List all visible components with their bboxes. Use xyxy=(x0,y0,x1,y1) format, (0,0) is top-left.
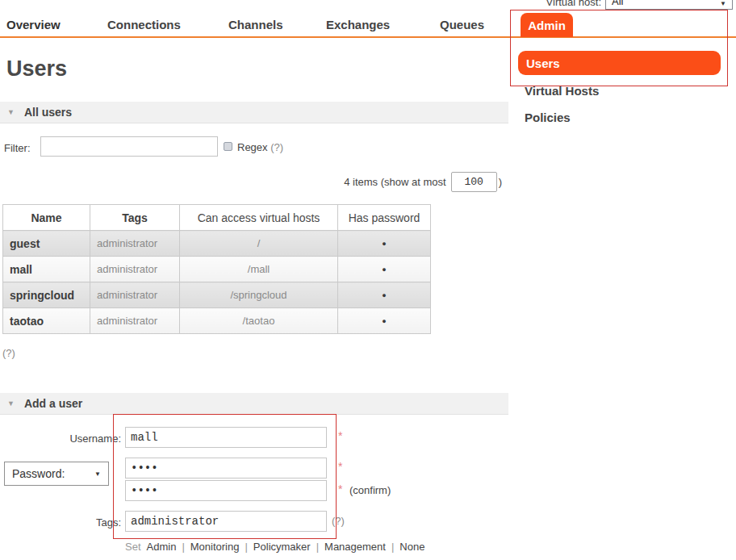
column-header-vhosts: Can access virtual hosts xyxy=(180,205,338,231)
section-header-add-user[interactable]: ▼ Add a user xyxy=(0,393,508,415)
tab-queues[interactable]: Queues xyxy=(440,18,484,31)
tags-field[interactable] xyxy=(125,511,327,532)
regex-text: Regex xyxy=(237,141,268,153)
user-name-link[interactable]: guest xyxy=(3,231,90,257)
regex-label: Regex (?) xyxy=(237,141,283,153)
chevron-down-icon: ▼ xyxy=(720,0,726,7)
regex-checkbox[interactable] xyxy=(224,142,232,151)
set-label: Set xyxy=(125,541,141,553)
password-select-value: Password: xyxy=(12,467,65,480)
virtual-host-value: All xyxy=(612,0,623,7)
sidebar-item-policies[interactable]: Policies xyxy=(525,111,571,124)
virtual-host-label: Virtual host: xyxy=(521,0,601,8)
tag-link-monitoring[interactable]: Monitoring xyxy=(190,541,240,553)
separator: | xyxy=(245,541,247,553)
required-marker: * xyxy=(338,429,342,442)
show-at-most-input[interactable] xyxy=(451,172,497,192)
page-title: Users xyxy=(6,56,67,81)
column-header-name[interactable]: Name xyxy=(3,205,90,231)
tab-connections[interactable]: Connections xyxy=(107,18,181,31)
nav-underline xyxy=(0,36,736,38)
tab-overview[interactable]: Overview xyxy=(6,18,61,31)
sidebar-item-users-selected[interactable]: Users xyxy=(518,51,721,75)
tab-admin-selected[interactable]: Admin xyxy=(521,13,573,37)
user-name-link[interactable]: springcloud xyxy=(3,282,90,308)
tab-exchanges[interactable]: Exchanges xyxy=(326,18,390,31)
filter-input[interactable] xyxy=(40,136,218,157)
confirm-label: (confirm) xyxy=(349,484,391,496)
user-tags: administrator xyxy=(90,282,180,308)
user-tags: administrator xyxy=(90,257,180,282)
table-row: springcloud administrator /springcloud ● xyxy=(3,282,431,308)
username-label: Username: xyxy=(44,433,121,445)
user-vhosts: / xyxy=(180,231,338,257)
table-header-row: Name Tags Can access virtual hosts Has p… xyxy=(3,205,431,231)
tag-link-policymaker[interactable]: Policymaker xyxy=(253,541,311,553)
tab-channels[interactable]: Channels xyxy=(228,18,283,31)
sidebar-item-virtual-hosts[interactable]: Virtual Hosts xyxy=(525,84,599,98)
collapse-triangle-icon: ▼ xyxy=(7,108,15,116)
rabbitmq-admin-users-page: Virtual host: All ▼ Overview Connections… xyxy=(0,0,736,560)
column-header-tags[interactable]: Tags xyxy=(90,205,180,231)
user-name-link[interactable]: mall xyxy=(3,257,90,282)
items-count-text: 4 items (show at most xyxy=(344,176,445,188)
password-type-select[interactable]: Password: ▼ xyxy=(4,462,109,486)
items-count-suffix: ) xyxy=(499,176,502,188)
table-row: guest administrator / ● xyxy=(3,231,431,257)
separator: | xyxy=(316,541,319,553)
separator: | xyxy=(391,541,394,553)
required-marker: * xyxy=(338,483,342,495)
user-vhosts: /taotao xyxy=(180,308,338,334)
collapse-triangle-icon: ▼ xyxy=(7,399,15,407)
has-password-dot: ● xyxy=(338,308,431,334)
section-title: All users xyxy=(24,106,72,119)
user-name-link[interactable]: taotao xyxy=(3,308,90,334)
virtual-host-select[interactable]: All ▼ xyxy=(605,0,733,10)
filter-label: Filter: xyxy=(4,142,31,154)
user-vhosts: /springcloud xyxy=(180,282,338,308)
has-password-dot: ● xyxy=(338,257,431,282)
has-password-dot: ● xyxy=(338,231,431,257)
password-field[interactable] xyxy=(125,458,327,479)
user-tags: administrator xyxy=(90,231,180,257)
tags-label: Tags: xyxy=(44,516,121,529)
user-tags: administrator xyxy=(90,308,180,334)
chevron-down-icon: ▼ xyxy=(94,470,101,478)
table-row: mall administrator /mall ● xyxy=(3,257,431,282)
tag-link-none[interactable]: None xyxy=(399,541,424,553)
table-row: taotao administrator /taotao ● xyxy=(3,308,431,334)
section-title: Add a user xyxy=(24,397,82,410)
separator: | xyxy=(182,541,184,553)
items-count-row: 4 items (show at most ) xyxy=(242,171,502,192)
user-vhosts: /mall xyxy=(180,257,338,282)
tags-help-link[interactable]: (?) xyxy=(332,515,345,527)
has-password-dot: ● xyxy=(338,282,431,308)
table-help-link[interactable]: (?) xyxy=(2,347,15,359)
tag-shortcuts-row: Set Admin | Monitoring | Policymaker | M… xyxy=(125,541,424,553)
regex-help-link[interactable]: (?) xyxy=(270,141,283,153)
required-marker: * xyxy=(338,460,342,473)
tag-link-admin[interactable]: Admin xyxy=(147,541,177,553)
users-table: Name Tags Can access virtual hosts Has p… xyxy=(2,204,431,334)
tag-link-management[interactable]: Management xyxy=(324,541,386,553)
username-field[interactable] xyxy=(125,427,327,448)
column-header-has-password: Has password xyxy=(338,205,431,231)
section-header-all-users[interactable]: ▼ All users xyxy=(0,102,508,123)
password-confirm-field[interactable] xyxy=(125,480,327,501)
